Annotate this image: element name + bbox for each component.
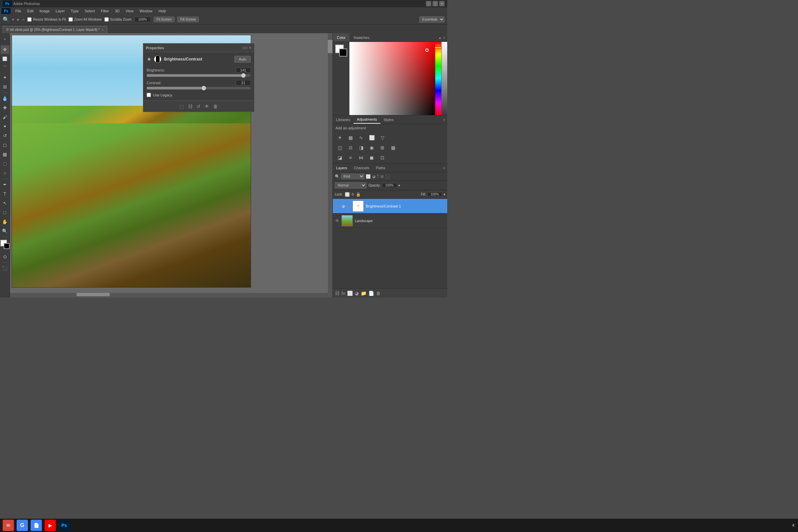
- photo-filter-adj-btn[interactable]: ◉: [367, 143, 376, 152]
- canvas-scrollbar-horizontal[interactable]: [10, 293, 328, 298]
- background-color-swatch[interactable]: [339, 49, 347, 57]
- curves-adj-btn[interactable]: ∿: [357, 133, 365, 142]
- vibrance-adj-btn[interactable]: ▽: [378, 133, 387, 142]
- color-balance-adj-btn[interactable]: ⚖: [346, 143, 355, 152]
- filter-shape-icon[interactable]: ⊞: [380, 174, 384, 179]
- filter-pixel-icon[interactable]: ⬜: [366, 174, 371, 179]
- libraries-tab[interactable]: Libraries: [333, 115, 354, 124]
- add-mask-icon[interactable]: ⬜: [347, 291, 353, 296]
- auto-button[interactable]: Auto: [234, 56, 251, 62]
- path-selection-tool[interactable]: ↖: [1, 199, 9, 208]
- selective-color-adj-btn[interactable]: ⊡: [378, 153, 387, 162]
- black-white-adj-btn[interactable]: ◨: [357, 143, 365, 152]
- zoom-out-btn[interactable]: −: [22, 17, 25, 22]
- layer-type-filter[interactable]: Kind: [341, 174, 364, 179]
- layer-item-landscape[interactable]: 👁 Landscape: [333, 213, 447, 228]
- brightness-contrast-adj-btn[interactable]: ☀: [336, 133, 344, 142]
- visibility-icon[interactable]: 👁: [205, 104, 209, 109]
- document-tab-close[interactable]: ×: [102, 28, 103, 32]
- layer-visibility-bc[interactable]: 👁: [335, 204, 340, 209]
- fit-screen-button[interactable]: Fit Screen: [154, 17, 175, 22]
- background-color[interactable]: [4, 243, 10, 249]
- eyedropper-tool[interactable]: 💧: [1, 94, 9, 103]
- layers-panel-menu[interactable]: ≡: [443, 166, 445, 170]
- opacity-dropdown-arrow[interactable]: ▾: [398, 184, 400, 187]
- layer-item-brightness-contrast[interactable]: 👁 ◕ ⛓ ☀ Brightness/Contrast 1: [333, 199, 447, 213]
- hue-strip[interactable]: [435, 42, 441, 115]
- new-layer-icon[interactable]: 📄: [368, 291, 374, 296]
- brightness-slider-track[interactable]: [147, 74, 251, 77]
- clip-to-layer-icon[interactable]: ⬚: [179, 104, 184, 109]
- delete-icon[interactable]: 🗑: [213, 104, 218, 109]
- contrast-slider-thumb[interactable]: [202, 86, 206, 91]
- properties-expand-icon[interactable]: ▷▷: [243, 45, 248, 50]
- zoom-all-option[interactable]: Zoom All Windows: [69, 17, 101, 22]
- foreground-background-swatch[interactable]: [335, 44, 347, 57]
- menu-edit[interactable]: Edit: [25, 8, 36, 14]
- close-button[interactable]: ×: [439, 1, 444, 6]
- resize-windows-checkbox[interactable]: [27, 17, 32, 22]
- lock-pixel-icon[interactable]: ⬜: [345, 192, 350, 197]
- adjustments-tab[interactable]: Adjustments: [354, 115, 380, 124]
- layer-visibility-landscape[interactable]: 👁: [335, 218, 340, 224]
- filter-smart-icon[interactable]: ⬛: [385, 174, 390, 179]
- menu-image[interactable]: Image: [37, 8, 53, 14]
- hand-tool[interactable]: ✋: [1, 217, 9, 226]
- alpha-strip[interactable]: [441, 42, 447, 115]
- add-style-icon[interactable]: fx: [341, 291, 345, 296]
- use-legacy-checkbox[interactable]: [147, 93, 151, 97]
- maximize-button[interactable]: □: [433, 1, 438, 6]
- magic-wand-tool[interactable]: ✦: [1, 73, 9, 82]
- brush-tool[interactable]: 🖌: [1, 113, 9, 121]
- posterize-adj-btn[interactable]: ≡: [346, 153, 355, 162]
- move-tool[interactable]: ✥: [1, 45, 9, 54]
- filter-type-icon[interactable]: T: [377, 174, 379, 179]
- lock-position-icon[interactable]: ✥: [351, 192, 355, 197]
- paths-tab[interactable]: Paths: [373, 164, 389, 172]
- marquee-tool[interactable]: ⬜: [1, 55, 9, 63]
- brightness-value-input[interactable]: [236, 68, 251, 73]
- lock-all-icon[interactable]: 🔒: [356, 192, 361, 197]
- channels-tab[interactable]: Channels: [350, 164, 373, 172]
- zoom-in-tool[interactable]: 🔍: [3, 16, 9, 23]
- menu-file[interactable]: File: [13, 8, 24, 14]
- menu-view[interactable]: View: [123, 8, 136, 14]
- color-lookup-adj-btn[interactable]: ▦: [389, 143, 397, 152]
- document-tab[interactable]: © hill climb.psd @ 25% (Brightness/Contr…: [3, 26, 107, 33]
- pen-tool[interactable]: ✒: [1, 180, 9, 189]
- reset-icon[interactable]: ↺: [196, 104, 201, 109]
- healing-brush-tool[interactable]: ✚: [1, 103, 9, 112]
- shape-tool[interactable]: □: [1, 208, 9, 217]
- color-tab[interactable]: Color: [333, 33, 349, 41]
- levels-adj-btn[interactable]: ▦: [346, 133, 355, 142]
- crop-tool[interactable]: ⊞: [1, 82, 9, 91]
- color-panel-menu[interactable]: ≡: [443, 36, 445, 40]
- eraser-tool[interactable]: ◻: [1, 141, 9, 149]
- color-panel-collapse[interactable]: ▲: [438, 36, 442, 40]
- gradient-tool[interactable]: ▦: [1, 150, 9, 158]
- threshold-adj-btn[interactable]: ⋈: [357, 153, 365, 162]
- gradient-map-adj-btn[interactable]: ◼: [367, 153, 376, 162]
- properties-menu-icon[interactable]: ≡: [249, 45, 251, 50]
- scrubby-zoom-checkbox[interactable]: [104, 17, 109, 22]
- new-adjustment-icon[interactable]: ◕: [355, 291, 359, 296]
- zoom-in-btn[interactable]: +: [17, 17, 19, 22]
- zoom-all-checkbox[interactable]: [69, 17, 73, 22]
- layers-tab[interactable]: Layers: [333, 164, 350, 172]
- lasso-tool[interactable]: ⌒: [1, 64, 9, 73]
- adj-panel-menu[interactable]: ≡: [443, 118, 445, 122]
- link-layers-icon[interactable]: ⛓: [335, 291, 340, 296]
- exposure-adj-btn[interactable]: ⬜: [367, 133, 376, 142]
- zoom-percent-display[interactable]: 100%: [134, 17, 151, 22]
- new-group-icon[interactable]: 📁: [361, 291, 366, 296]
- chain-icon[interactable]: ⛓: [188, 104, 192, 109]
- contrast-slider-track[interactable]: [147, 87, 251, 90]
- zoom-tool[interactable]: 🔍: [1, 227, 9, 235]
- fill-screen-button[interactable]: Fill Screen: [177, 17, 199, 22]
- fill-dropdown-arrow[interactable]: ▾: [443, 192, 445, 196]
- blend-mode-select[interactable]: Normal: [335, 182, 366, 189]
- scrollbar-thumb-vertical[interactable]: [328, 40, 332, 53]
- foreground-background-colors[interactable]: [0, 240, 10, 249]
- scrubby-zoom-option[interactable]: Scrubby Zoom: [104, 17, 132, 22]
- fill-input[interactable]: [427, 192, 442, 197]
